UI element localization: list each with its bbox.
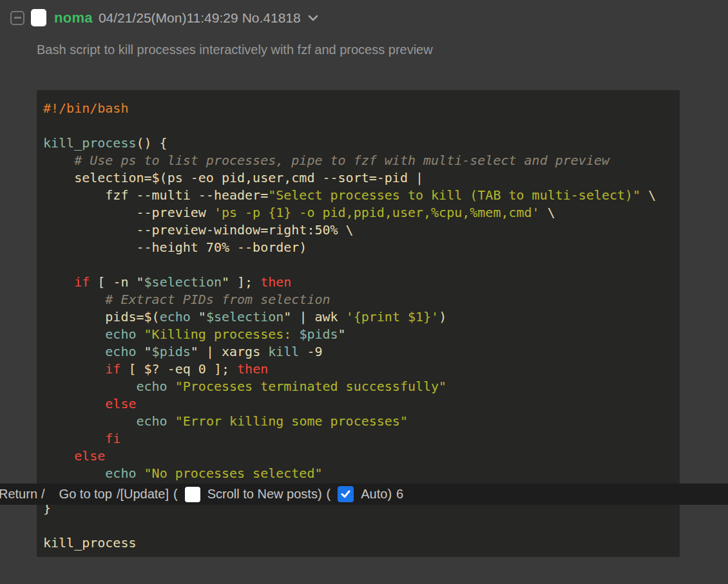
checkmark-icon [340, 489, 351, 499]
auto-update-checkbox[interactable] [338, 486, 354, 502]
code-line: --height 70% --border) [43, 239, 675, 256]
go-to-top-link[interactable]: Go to top [59, 487, 112, 502]
code-line: pids=$(echo "$selection" | awk '{print $… [43, 308, 675, 326]
post-subject: Bash script to kill processes interactiv… [37, 42, 433, 57]
post-select-checkbox[interactable] [31, 9, 46, 26]
code-line: kill_process [43, 534, 675, 552]
code-line: fzf --multi --header="Select processes t… [43, 187, 675, 204]
bottom-nav-bar: Return / Go to top / [Update] ( Scroll t… [0, 484, 728, 505]
code-line: # Extract PIDs from selection [43, 291, 675, 308]
post-number[interactable]: No.41818 [242, 10, 301, 26]
code-line: if [ $? -eq 0 ]; then [43, 361, 675, 378]
post-header: noma 04/21/25(Mon)11:49:29 No.41818 [10, 9, 319, 26]
code-line: --preview 'ps -p {1} -o pid,ppid,user,%c… [43, 204, 675, 221]
code-line: echo "Error killing some processes" [43, 413, 675, 430]
code-line: echo "Killing processes: $pids" [43, 326, 675, 343]
code-line: echo "Processes terminated successfully" [43, 378, 675, 395]
code-line: #!/bin/bash [43, 100, 675, 117]
code-line: echo "No processes selected" [43, 465, 675, 482]
code-line: selection=$(ps -eo pid,user,cmd --sort=-… [43, 169, 675, 187]
code-line [43, 256, 675, 274]
return-link[interactable]: Return [0, 487, 37, 502]
poster-name: noma [54, 10, 93, 26]
code-line: # Use ps to list processes, pipe to fzf … [43, 152, 675, 169]
code-line: kill_process() { [43, 135, 675, 152]
code-line [43, 517, 675, 534]
separator-slash: / [41, 487, 45, 502]
code-line: else [43, 447, 675, 465]
scroll-to-new-posts-label: Scroll to New posts) [207, 487, 322, 502]
code-line: fi [43, 430, 675, 447]
chevron-down-icon[interactable] [307, 14, 319, 22]
code-line: --preview-window=right:50% \ [43, 221, 675, 239]
code-line: echo "$pids" | xargs kill -9 [43, 343, 675, 361]
code-line [43, 117, 675, 135]
new-posts-count: 6 [396, 487, 403, 502]
code-line: if [ -n "$selection" ]; then [43, 274, 675, 291]
thread-page: noma 04/21/25(Mon)11:49:29 No.41818 Bash… [0, 0, 728, 584]
scroll-to-new-posts-checkbox[interactable] [185, 487, 200, 502]
auto-update-label: Auto) [361, 487, 392, 502]
code-line: else [43, 395, 675, 413]
minus-icon [14, 17, 21, 19]
open-paren: ( [327, 487, 331, 502]
open-paren: ( [173, 487, 178, 502]
post-datetime: 04/21/25(Mon)11:49:29 [99, 10, 238, 26]
collapse-post-icon[interactable] [10, 11, 24, 25]
update-link[interactable]: [Update] [120, 487, 169, 502]
